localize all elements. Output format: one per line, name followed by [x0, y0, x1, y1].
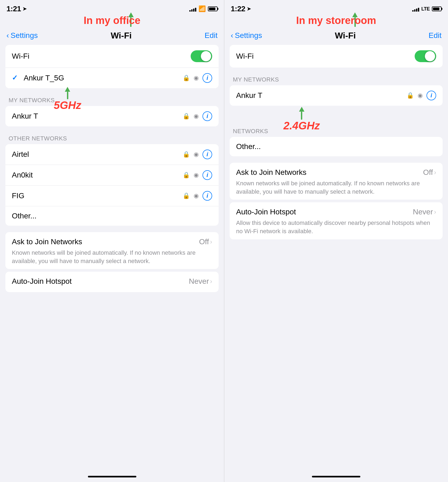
back-label-right: Settings	[235, 31, 262, 40]
bar1-right	[412, 10, 414, 12]
ask-join-card-right: Ask to Join Networks Off › Known network…	[230, 163, 443, 200]
info-btn-airtel[interactable]: i	[202, 150, 212, 159]
network-other-right[interactable]: Other...	[230, 137, 443, 156]
network-an0kit[interactable]: An0kit 🔒 ◉ i	[5, 165, 219, 185]
info-btn-fig[interactable]: i	[202, 191, 212, 201]
status-icons-left: 📶	[189, 5, 218, 12]
home-bar-right	[312, 476, 360, 477]
label-24ghz: 2.4GHz	[283, 120, 320, 132]
lock-icon-connected: 🔒	[183, 75, 190, 81]
network-name-airtel: Airtel	[12, 150, 29, 159]
content-right: Wi-Fi MY NETWORKS Ankur T 🔒 ◉ i	[224, 45, 448, 471]
network-fig[interactable]: FIG 🔒 ◉ i	[5, 185, 219, 206]
networks-header-right: NETWORKS	[230, 126, 443, 137]
auto-join-card-right: Auto-Join Hotspot Never › Allow this dev…	[230, 202, 443, 239]
wifi-label-right: Wi-Fi	[236, 52, 254, 61]
auto-join-chevron-left: ›	[210, 278, 212, 285]
arrow-tip-24ghz	[299, 107, 304, 112]
checkmark-icon: ✓	[12, 74, 19, 82]
location-arrow-left: ➤	[23, 6, 27, 12]
home-bar-left	[88, 476, 136, 477]
ask-join-val-text-right: Off	[423, 168, 433, 177]
location-arrow-right: ➤	[247, 6, 251, 12]
auto-join-value-right: Never ›	[413, 208, 436, 216]
network-icons-airtel: 🔒 ◉ i	[183, 150, 212, 159]
wifi-toggle-row-right: Wi-Fi	[230, 45, 443, 68]
status-time-right: 1:22	[231, 5, 245, 13]
my-networks-card-right: Ankur T 🔒 ◉ i	[230, 85, 443, 106]
home-indicator-left	[0, 471, 224, 482]
chevron-left-icon-left: ‹	[6, 31, 9, 40]
wifi-toggle-row-left: Wi-Fi	[5, 45, 219, 68]
network-icons-fig: 🔒 ◉ i	[183, 191, 212, 201]
auto-join-val-text-left: Never	[189, 277, 209, 286]
other-networks-header-left: OTHER NETWORKS	[5, 133, 219, 144]
edit-button-left[interactable]: Edit	[205, 31, 218, 40]
ask-join-row-right[interactable]: Ask to Join Networks Off ›	[236, 168, 436, 177]
wifi-label-left: Wi-Fi	[12, 52, 29, 61]
annotation-24ghz: 2.4GHz	[283, 107, 320, 132]
wifi-toggle-card-right: Wi-Fi	[230, 45, 443, 68]
network-name-fig: FIG	[12, 192, 24, 200]
back-label-left: Settings	[10, 31, 38, 40]
bar1	[189, 10, 191, 12]
auto-join-desc-right: Allow this device to automatically disco…	[236, 219, 430, 235]
my-networks-card-left: Ankur T 🔒 ◉ i	[5, 106, 219, 126]
back-button-left[interactable]: ‹ Settings	[6, 31, 38, 40]
network-other-left[interactable]: Other...	[5, 206, 219, 226]
left-panel: 1:21 ➤ 📶 I	[0, 0, 224, 482]
annotation-5ghz: 5GHz	[54, 87, 81, 111]
bar4-right	[418, 8, 419, 12]
right-panel: 1:22 ➤ LTE In my s	[224, 0, 448, 482]
lock-icon-fig: 🔒	[183, 192, 190, 199]
auto-join-value-left: Never ›	[189, 277, 212, 286]
ask-join-value-right: Off ›	[423, 168, 436, 177]
edit-button-right[interactable]: Edit	[429, 31, 442, 40]
info-btn-connected[interactable]: i	[202, 73, 212, 83]
lock-icon-ankur-t-right: 🔒	[407, 92, 414, 99]
network-icons-ankur-t-left: 🔒 ◉ i	[183, 111, 212, 121]
nav-title-left: Wi-Fi	[111, 31, 132, 41]
auto-join-label-right: Auto-Join Hotspot	[236, 208, 296, 216]
my-network-ankur-t[interactable]: Ankur T 🔒 ◉ i	[5, 106, 219, 126]
connected-network-row[interactable]: ✓ Ankur T_5G 🔒 ◉ i	[5, 68, 219, 88]
wifi-status-icon-left: 📶	[198, 5, 206, 12]
network-airtel[interactable]: Airtel 🔒 ◉ i	[5, 144, 219, 165]
signal-bars-right	[412, 6, 419, 12]
back-button-right[interactable]: ‹ Settings	[231, 31, 262, 40]
info-btn-an0kit[interactable]: i	[202, 170, 212, 180]
wifi-toggle-right[interactable]	[415, 50, 436, 62]
status-icons-right: LTE	[412, 6, 442, 12]
ask-join-val-text-left: Off	[199, 238, 209, 246]
network-name-an0kit: An0kit	[12, 171, 33, 179]
auto-join-row-right[interactable]: Auto-Join Hotspot Never ›	[236, 208, 436, 216]
wifi-toggle-left[interactable]	[191, 50, 212, 62]
info-btn-ankur-t-left[interactable]: i	[202, 111, 212, 121]
auto-join-val-text-right: Never	[413, 208, 433, 216]
auto-join-row-left[interactable]: Auto-Join Hotspot Never ›	[12, 277, 212, 286]
my-networks-header-left: MY NETWORKS	[5, 95, 219, 106]
ask-join-chevron-left: ›	[210, 238, 212, 246]
nav-bar-left: ‹ Settings Wi-Fi Edit	[0, 29, 224, 45]
battery-left	[208, 6, 218, 11]
lock-icon-airtel: 🔒	[183, 151, 190, 158]
bar2	[191, 9, 193, 12]
arrow-line-24ghz	[301, 112, 302, 120]
connected-network-name: Ankur T_5G	[24, 74, 178, 82]
wifi-signal-an0kit: ◉	[194, 172, 199, 179]
wifi-signal-ankur-t-right: ◉	[418, 92, 423, 99]
content-left: Wi-Fi ✓ Ankur T_5G 🔒 ◉ i	[0, 45, 224, 471]
toggle-knob-left	[201, 51, 211, 61]
info-btn-ankur-t-right[interactable]: i	[426, 91, 436, 100]
wifi-toggle-card-left: Wi-Fi ✓ Ankur T_5G 🔒 ◉ i	[5, 45, 219, 88]
lte-label-right: LTE	[421, 6, 430, 12]
connected-network-icons: 🔒 ◉ i	[183, 73, 212, 83]
my-network-ankur-t-right[interactable]: Ankur T 🔒 ◉ i	[230, 85, 443, 106]
annotation-24ghz-container: 2.4GHz	[230, 107, 443, 126]
status-bar-left: 1:21 ➤ 📶	[0, 0, 224, 15]
battery-right	[432, 6, 442, 11]
chevron-left-icon-right: ‹	[231, 31, 233, 40]
bar3	[193, 9, 194, 12]
auto-join-chevron-right-icon: ›	[434, 208, 436, 216]
ask-join-row-left[interactable]: Ask to Join Networks Off ›	[12, 238, 212, 246]
